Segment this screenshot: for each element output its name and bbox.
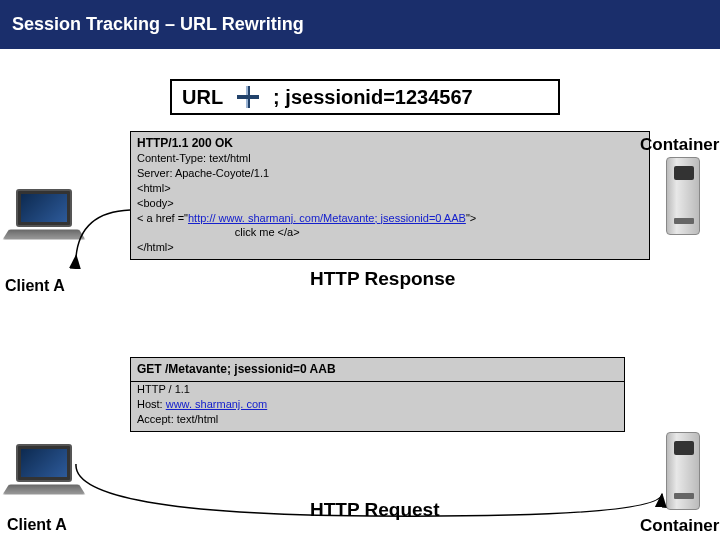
request-body: HTTP / 1.1 Host: www. sharmanj. com Acce…: [131, 382, 624, 431]
request-arrow: [70, 454, 670, 526]
resp-line: click me </a>: [137, 225, 643, 240]
server-icon: [666, 157, 700, 235]
resp-line: <body>: [137, 196, 643, 211]
client-a-label: Client A: [7, 516, 67, 534]
request-host-link[interactable]: www. sharmanj. com: [166, 398, 267, 410]
request-getline: GET /Metavante; jsessionid=0 AAB: [131, 358, 624, 381]
client-a-label: Client A: [5, 277, 65, 295]
resp-text: ">: [466, 212, 476, 224]
url-label: URL: [182, 86, 223, 109]
resp-line: Content-Type: text/html: [137, 151, 643, 166]
response-arrow: [70, 207, 138, 267]
resp-line: < a href ="http:// www. sharmanj. com/Me…: [137, 211, 643, 226]
container-label: Container: [640, 135, 719, 155]
response-url-link[interactable]: http:// www. sharmanj. com/Metavante; js…: [188, 212, 466, 224]
resp-line: <html>: [137, 181, 643, 196]
response-body: Content-Type: text/html Server: Apache-C…: [131, 151, 649, 259]
server-icon: [666, 432, 700, 510]
req-line: Host: www. sharmanj. com: [137, 397, 618, 412]
http-request-panel: GET /Metavante; jsessionid=0 AAB HTTP / …: [130, 357, 625, 432]
url-param: ; jsessionid=1234567: [273, 86, 473, 109]
response-status: HTTP/1.1 200 OK: [131, 132, 649, 151]
req-line: Accept: text/html: [137, 412, 618, 427]
resp-line: </html>: [137, 240, 643, 255]
url-box: URL ; jsessionid=1234567: [170, 79, 560, 115]
http-response-panel: HTTP/1.1 200 OK Content-Type: text/html …: [130, 131, 650, 260]
req-line: HTTP / 1.1: [137, 382, 618, 397]
resp-line: Server: Apache-Coyote/1.1: [137, 166, 643, 181]
page-title: Session Tracking – URL Rewriting: [0, 0, 720, 49]
req-text: Host:: [137, 398, 166, 410]
http-response-label: HTTP Response: [310, 268, 455, 290]
plus-icon: [237, 86, 259, 108]
resp-text: < a href =": [137, 212, 188, 224]
